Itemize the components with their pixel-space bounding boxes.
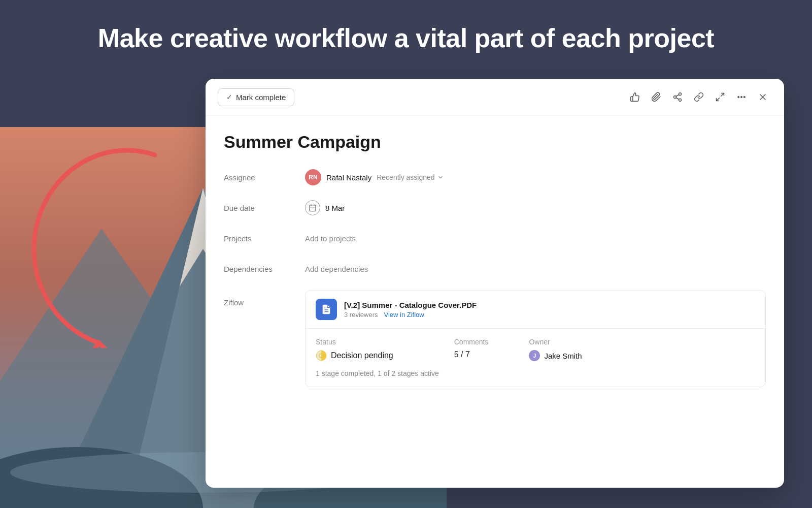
status-col: Status Decision pending	[316, 338, 393, 361]
reviewers-count: 3 reviewers	[344, 311, 378, 319]
comments-value: 5 / 7	[454, 350, 489, 359]
owner-col: Owner J Jake Smith	[529, 338, 582, 361]
modal-body: Summer Campaign Assignee RN Rafal Nastal…	[206, 116, 784, 488]
calendar-icon	[305, 200, 320, 215]
file-info: [V.2] Summer - Catalogue Cover.PDF 3 rev…	[344, 301, 477, 319]
comments-col-header: Comments	[454, 338, 489, 346]
link-button[interactable]	[690, 88, 708, 106]
check-icon: ✓	[226, 93, 232, 101]
ziflow-label: Ziflow	[224, 290, 305, 307]
task-title: Summer Campaign	[224, 132, 766, 152]
decision-pending-icon	[316, 350, 327, 361]
projects-label: Projects	[224, 234, 305, 243]
thumbs-up-icon	[630, 92, 640, 102]
assignee-row: Assignee RN Rafal Nastaly Recently assig…	[224, 168, 766, 186]
assignee-avatar: RN	[305, 169, 321, 185]
assignee-value: RN Rafal Nastaly Recently assigned	[305, 169, 444, 185]
file-name: [V.2] Summer - Catalogue Cover.PDF	[344, 301, 477, 309]
close-button[interactable]	[754, 88, 772, 106]
dependencies-label: Dependencies	[224, 265, 305, 273]
more-icon	[736, 92, 747, 102]
ziflow-row: Ziflow [V.2] Summer	[224, 290, 766, 387]
ziflow-card: [V.2] Summer - Catalogue Cover.PDF 3 rev…	[305, 290, 766, 387]
assignee-name: Rafal Nastaly	[326, 173, 371, 182]
owner-avatar: J	[529, 350, 540, 361]
status-value: Decision pending	[316, 350, 393, 361]
header-actions	[626, 88, 772, 106]
status-col-header: Status	[316, 338, 393, 346]
mark-complete-button[interactable]: ✓ Mark complete	[218, 88, 294, 106]
projects-row: Projects Add to projects	[224, 229, 766, 247]
due-date-row: Due date 8 Mar	[224, 199, 766, 217]
file-icon	[316, 299, 337, 320]
ziflow-card-bottom: Status Decision pending	[306, 329, 765, 387]
owner-col-header: Owner	[529, 338, 582, 346]
due-date-value[interactable]: 8 Mar	[305, 200, 345, 215]
branch-button[interactable]	[668, 88, 687, 106]
modal-header: ✓ Mark complete	[206, 79, 784, 116]
expand-button[interactable]	[711, 88, 729, 106]
stage-info: 1 stage completed, 1 of 2 stages active	[316, 369, 755, 377]
task-modal: ✓ Mark complete	[206, 79, 784, 488]
owner-value: J Jake Smith	[529, 350, 582, 361]
more-button[interactable]	[732, 88, 751, 106]
chevron-down-icon	[437, 174, 444, 181]
add-dependencies-link[interactable]: Add dependencies	[305, 265, 368, 273]
branch-icon	[672, 92, 683, 102]
mark-complete-label: Mark complete	[236, 93, 286, 102]
attachment-button[interactable]	[647, 88, 665, 106]
comments-col: Comments 5 / 7	[454, 338, 489, 359]
attachment-icon	[651, 92, 661, 102]
view-in-ziflow-link[interactable]: View in Ziflow	[384, 311, 424, 319]
page-title: Make creative workflow a vital part of e…	[0, 23, 812, 53]
due-date-label: Due date	[224, 204, 305, 212]
owner-name: Jake Smith	[544, 352, 582, 360]
ziflow-card-top: [V.2] Summer - Catalogue Cover.PDF 3 rev…	[306, 291, 765, 329]
svg-point-16	[738, 97, 739, 98]
assignee-label: Assignee	[224, 173, 305, 182]
add-projects-link[interactable]: Add to projects	[305, 234, 356, 243]
link-icon	[694, 92, 704, 102]
svg-line-15	[676, 94, 679, 96]
close-icon	[758, 92, 768, 102]
status-text: Decision pending	[331, 351, 393, 360]
status-row: Status Decision pending	[316, 338, 755, 361]
svg-point-17	[741, 97, 742, 98]
svg-point-18	[744, 97, 746, 98]
expand-icon	[715, 92, 725, 102]
thumbs-up-button[interactable]	[626, 88, 644, 106]
due-date-text: 8 Mar	[325, 204, 345, 212]
svg-rect-21	[310, 205, 316, 211]
svg-line-14	[676, 98, 679, 99]
file-meta: 3 reviewers View in Ziflow	[344, 311, 477, 319]
recently-assigned-dropdown[interactable]: Recently assigned	[377, 173, 444, 181]
dependencies-row: Dependencies Add dependencies	[224, 260, 766, 278]
